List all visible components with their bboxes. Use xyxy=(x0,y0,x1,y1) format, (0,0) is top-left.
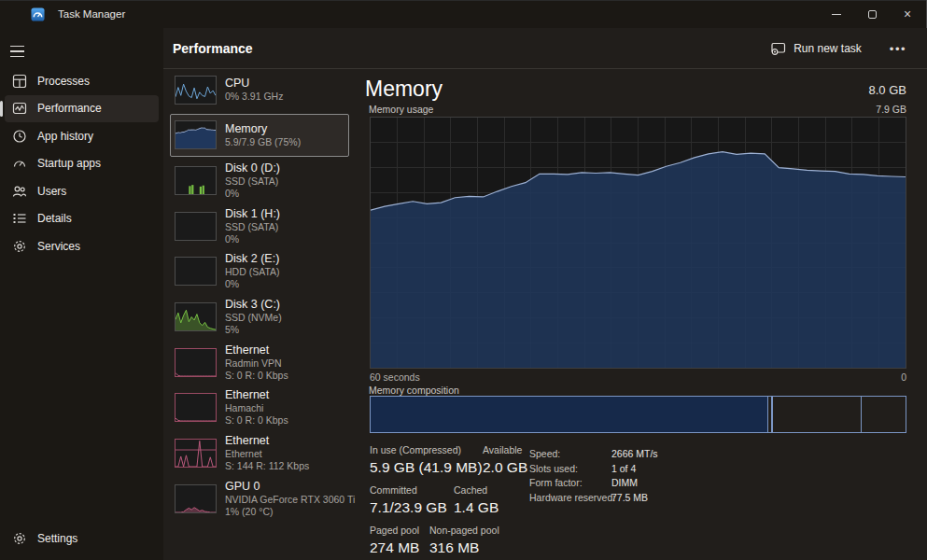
perf-item-subtitle: SSD (NVMe) xyxy=(225,312,282,324)
page-title: Performance xyxy=(173,41,253,56)
perf-item-ethernet-hamachi[interactable]: EthernetHamachiS: 0 R: 0 Kbps xyxy=(170,386,349,429)
stat-committed: Committed7.1/23.9 GB xyxy=(370,484,454,516)
sidebar-item-settings[interactable]: Settings xyxy=(5,525,159,553)
content-area: Performance Run new task ••• CPU0% 3.91 … xyxy=(163,28,927,560)
sidebar-item-processes[interactable]: Processes xyxy=(5,67,159,95)
stat-cached: Cached1.4 GB xyxy=(454,484,499,516)
perf-item-ethernet-radmin[interactable]: EthernetRadmin VPNS: 0 R: 0 Kbps xyxy=(170,341,349,384)
perf-item-subtitle: SSD (SATA) xyxy=(225,175,280,188)
perf-item-title: Ethernet xyxy=(225,388,288,402)
close-button[interactable]: × xyxy=(890,0,925,28)
detail-title: Memory xyxy=(365,77,442,102)
task-manager-window: { "titlebar": { "app_title": "Task Manag… xyxy=(0,0,927,560)
sidebar-item-performance[interactable]: Performance xyxy=(5,95,159,123)
perf-thumbnail-ethernet-radmin xyxy=(175,348,217,377)
perf-item-text: Memory5.9/7.9 GB (75%) xyxy=(225,122,301,148)
more-options-button[interactable]: ••• xyxy=(882,38,914,60)
titlebar: Task Manager × xyxy=(0,0,927,28)
perf-thumbnail-ethernet-ethernet xyxy=(175,439,217,468)
startup-apps-icon xyxy=(12,156,27,171)
graph-axis-labels: 60 seconds 0 xyxy=(370,371,906,383)
perf-item-ethernet-ethernet[interactable]: EthernetEthernetS: 144 R: 112 Kbps xyxy=(170,432,349,475)
perf-item-subtitle: HDD (SATA) xyxy=(225,266,280,278)
maximize-button[interactable] xyxy=(854,0,890,28)
perf-item-subtitle: S: 0 R: 0 Kbps xyxy=(225,414,288,427)
memory-usage-chart xyxy=(371,118,906,368)
composition-segment-standby xyxy=(772,397,862,432)
sidebar-item-startup-apps[interactable]: Startup apps xyxy=(5,150,159,178)
perf-item-disk0[interactable]: Disk 0 (D:)SSD (SATA)0% xyxy=(170,159,349,202)
perf-item-subtitle: Radmin VPN xyxy=(225,357,288,370)
stat-row: In use (Compressed)5.9 GB (41.9 MB)Avail… xyxy=(370,444,527,476)
perf-item-subtitle: Hamachi xyxy=(225,402,288,414)
info-form-factor-: Form factor:DIMM xyxy=(529,477,658,488)
perf-item-subtitle: S: 144 R: 112 Kbps xyxy=(225,460,309,472)
perf-item-text: EthernetEthernetS: 144 R: 112 Kbps xyxy=(225,434,309,472)
sidebar-item-users[interactable]: Users xyxy=(5,177,159,205)
perf-thumbnail-disk2 xyxy=(175,257,217,286)
axis-left-label: 60 seconds xyxy=(370,371,420,383)
minimize-icon xyxy=(832,14,841,15)
selected-accent-bar xyxy=(0,101,3,117)
sidebar: ProcessesPerformanceApp historyStartup a… xyxy=(0,28,163,560)
hardware-info: Speed:2666 MT/sSlots used:1 of 4Form fac… xyxy=(529,448,658,506)
perf-item-title: Ethernet xyxy=(225,434,309,448)
composition-segment-in-use xyxy=(371,397,767,432)
perf-item-gpu0[interactable]: GPU 0NVIDIA GeForce RTX 3060 Ti1% (20 °C… xyxy=(170,477,349,520)
window-controls: × xyxy=(819,0,925,28)
perf-thumbnail-cpu xyxy=(175,76,217,105)
perf-item-subtitle: 1% (20 °C) xyxy=(225,506,348,518)
perf-thumbnail-disk1 xyxy=(175,212,217,241)
performance-icon xyxy=(12,101,27,116)
stat-non-paged-pool: Non-paged pool316 MB xyxy=(429,525,499,556)
memory-stats: In use (Compressed)5.9 GB (41.9 MB)Avail… xyxy=(370,444,527,560)
info-slots-used-: Slots used:1 of 4 xyxy=(529,463,658,474)
perf-item-memory[interactable]: Memory5.9/7.9 GB (75%) xyxy=(170,114,349,157)
hamburger-icon xyxy=(10,46,24,48)
memory-usage-graph xyxy=(370,117,906,369)
sidebar-item-services[interactable]: Services xyxy=(5,232,159,260)
perf-thumbnail-memory xyxy=(175,120,217,149)
perf-item-title: Memory xyxy=(225,122,301,136)
perf-item-subtitle: 0% xyxy=(225,188,280,200)
sidebar-settings: Settings xyxy=(0,525,163,553)
memory-composition-caption: Memory composition xyxy=(369,385,459,396)
perf-item-text: EthernetHamachiS: 0 R: 0 Kbps xyxy=(225,388,288,427)
info-speed-: Speed:2666 MT/s xyxy=(529,448,658,459)
sidebar-item-app-history[interactable]: App history xyxy=(5,122,159,150)
navigation-menu-button[interactable] xyxy=(6,38,34,64)
perf-item-subtitle: SSD (SATA) xyxy=(225,221,280,233)
perf-item-disk1[interactable]: Disk 1 (H:)SSD (SATA)0% xyxy=(170,204,349,247)
composition-segment-free xyxy=(861,397,906,432)
perf-item-title: Disk 1 (H:) xyxy=(225,207,280,221)
sidebar-item-details[interactable]: Details xyxy=(5,205,159,233)
perf-item-title: Disk 3 (C:) xyxy=(225,298,282,312)
perf-item-cpu[interactable]: CPU0% 3.91 GHz xyxy=(170,68,349,111)
perf-item-subtitle: S: 0 R: 0 Kbps xyxy=(225,370,288,382)
perf-thumbnail-ethernet-hamachi xyxy=(175,393,217,422)
app-history-icon xyxy=(12,129,27,144)
users-icon xyxy=(12,184,27,199)
content-header: Performance Run new task ••• xyxy=(163,28,927,69)
stat-row: Committed7.1/23.9 GBCached1.4 GB xyxy=(370,484,527,516)
perf-item-title: Disk 0 (D:) xyxy=(225,161,280,175)
memory-usage-caption: Memory usage xyxy=(369,104,433,115)
minimize-button[interactable] xyxy=(819,0,854,28)
stat-row: Paged pool274 MBNon-paged pool316 MB xyxy=(370,525,527,556)
close-icon: × xyxy=(904,7,911,21)
memory-total: 8.0 GB xyxy=(869,83,906,97)
perf-item-disk2[interactable]: Disk 2 (E:)HDD (SATA)0% xyxy=(170,250,349,293)
info-hardware-reserved-: Hardware reserved:77.5 MB xyxy=(529,492,658,503)
settings-icon xyxy=(12,531,27,546)
perf-item-title: CPU xyxy=(225,77,283,91)
stat-available: Available2.0 GB xyxy=(483,444,527,476)
perf-item-text: Disk 0 (D:)SSD (SATA)0% xyxy=(225,161,280,200)
perf-thumbnail-disk0 xyxy=(175,166,217,195)
perf-item-subtitle: 5% xyxy=(225,324,282,336)
perf-item-disk3[interactable]: Disk 3 (C:)SSD (NVMe)5% xyxy=(170,295,349,338)
perf-item-subtitle: 0% xyxy=(225,233,280,245)
stat-in-use-compressed-: In use (Compressed)5.9 GB (41.9 MB) xyxy=(370,444,483,476)
processes-icon xyxy=(12,74,27,89)
run-new-task-button[interactable]: Run new task xyxy=(764,37,869,60)
task-manager-app-icon xyxy=(31,7,45,21)
